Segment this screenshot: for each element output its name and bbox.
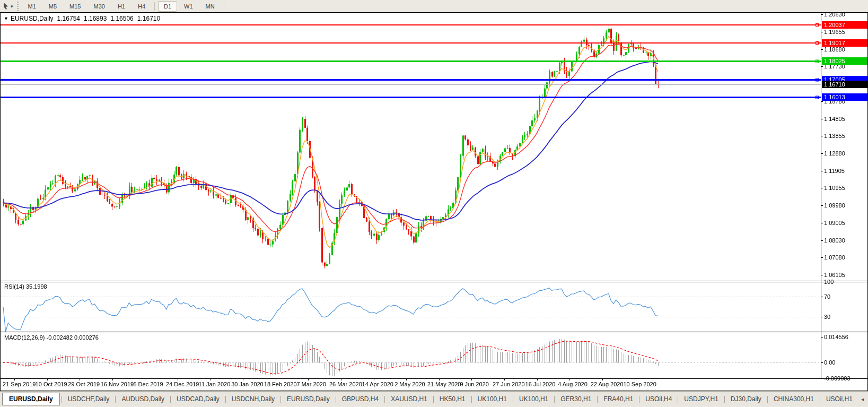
- chart-tab-audusd-daily[interactable]: AUDUSD,Daily: [116, 393, 170, 405]
- timeframe-button-m30[interactable]: M30: [88, 1, 111, 12]
- rsi-indicator-label: RSI(14) 35.1998: [4, 283, 47, 290]
- x-axis-date-label: 2 May 2020: [394, 381, 425, 388]
- x-axis-date-label: 16 Jul 2020: [525, 381, 556, 388]
- price-level-badge: 1.18025: [822, 57, 867, 65]
- top-toolbar: ▾ M1M5M15M30H1H4D1W1MN: [0, 0, 868, 12]
- y-axis-tick-label: 1.06105: [824, 272, 845, 279]
- chart-window: ▼EURUSD,Daily1.167541.168931.165061.1671…: [0, 12, 868, 391]
- chart-tab-dj30-daily[interactable]: DJ30,Daily: [725, 393, 767, 405]
- chart-tab-eurusd-daily[interactable]: EURUSD,Daily: [281, 393, 336, 405]
- chart-cursor-icon[interactable]: [2, 2, 10, 10]
- x-axis-date-label: 27 Jun 2020: [493, 381, 525, 388]
- price-level-badge: 1.19017: [822, 39, 867, 47]
- chart-tab-uk100-h1[interactable]: UK100,H1: [472, 393, 513, 405]
- rsi-axis-tick-label: 100: [824, 279, 834, 285]
- y-axis-tick-label: 1.18680: [824, 46, 845, 53]
- x-axis-date-label: 22 Aug 2020: [591, 381, 624, 388]
- timeframe-button-m5[interactable]: M5: [43, 1, 63, 12]
- x-axis-date-label: 11 Jan 2020: [199, 381, 231, 388]
- chart-tab-usdcad-daily[interactable]: USDCAD,Daily: [171, 393, 225, 405]
- y-axis-tick-label: 1.09005: [824, 220, 845, 227]
- chart-tab-fra40-h1[interactable]: FRA40,H1: [598, 393, 639, 405]
- x-axis-date-label: 14 Apr 2020: [362, 381, 393, 388]
- tab-scroll-arrows: ◂ ▸: [858, 395, 868, 404]
- y-axis-tick-label: 1.10955: [824, 185, 845, 192]
- chart-tab-gbpusd-h4[interactable]: GBPUSD,H4: [336, 393, 384, 405]
- timeframe-button-d1[interactable]: D1: [158, 1, 177, 12]
- ohlc-low: 1.16506: [110, 15, 133, 22]
- macd-axis-tick-label: 0.014556: [824, 334, 848, 341]
- x-axis-date-label: 30 Jan 2020: [231, 381, 264, 388]
- x-axis-date-label: 9 Jun 2020: [460, 381, 488, 388]
- y-axis-tick-label: 1.14805: [824, 116, 845, 123]
- y-axis-tick-label: 1.11905: [824, 168, 845, 175]
- chart-tab-eurusd-daily[interactable]: EURUSD,Daily: [2, 393, 60, 405]
- chart-tab-bar: EURUSD,DailyUSDCHF,DailyAUDUSD,DailyUSDC…: [0, 391, 868, 406]
- timeframe-button-group: M1M5M15M30H1H4D1W1MN: [22, 0, 227, 12]
- y-axis-tick-label: 1.07080: [824, 254, 845, 261]
- timeframe-button-h1[interactable]: H1: [112, 1, 131, 12]
- y-axis-tick-label: 1.09980: [824, 202, 845, 209]
- chart-symbol-label: EURUSD,Daily: [11, 15, 54, 22]
- timeframe-button-m15[interactable]: M15: [64, 1, 86, 12]
- chart-tab-china300-h1[interactable]: CHINA300,H1: [768, 393, 820, 405]
- timeframe-button-mn[interactable]: MN: [200, 1, 221, 12]
- x-axis-date-label: 10 Oct 2019: [36, 381, 67, 388]
- toolbar-separator: [154, 2, 155, 11]
- price-level-badge: 1.20037: [822, 21, 867, 29]
- x-axis-date-label: 29 Oct 2019: [68, 381, 100, 388]
- x-axis-date-label: 21 May 2020: [427, 381, 461, 388]
- chart-tab-usoil-h1[interactable]: USOil,H1: [820, 393, 858, 405]
- dropdown-caret-icon[interactable]: ▾: [11, 4, 13, 9]
- chart-title: ▼EURUSD,Daily1.167541.168931.165061.1671…: [4, 15, 160, 23]
- ohlc-open: 1.16754: [57, 15, 80, 22]
- x-axis-date-label: 7 Mar 2020: [296, 381, 326, 388]
- toolbar-separator: [224, 2, 224, 11]
- x-axis-date-label: 10 Sep 2020: [623, 381, 656, 388]
- chart-tab-hk50-h1[interactable]: HK50,H1: [434, 393, 471, 405]
- timeframe-button-w1[interactable]: W1: [178, 1, 199, 12]
- chart-tabs: EURUSD,DailyUSDCHF,DailyAUDUSD,DailyUSDC…: [2, 393, 858, 405]
- toolbar-grip[interactable]: [17, 2, 19, 11]
- chart-tab-ger30-h1[interactable]: GER30,H1: [555, 393, 597, 405]
- chart-tab-usoil-h4[interactable]: USOil,H4: [639, 393, 678, 405]
- x-axis-date-label: 16 Nov 2019: [101, 381, 134, 388]
- x-axis-date-label: 4 Aug 2020: [558, 381, 588, 388]
- ohlc-high: 1.16893: [84, 15, 107, 22]
- x-axis-date-label: 21 Sep 2019: [3, 381, 36, 388]
- chart-title-dropdown-icon[interactable]: ▼: [4, 16, 8, 21]
- ohlc-close: 1.16710: [137, 15, 160, 22]
- chart-tab-xauusd-h1[interactable]: XAUUSD,H1: [385, 393, 433, 405]
- macd-axis-tick-label: -0.009003: [824, 375, 851, 382]
- y-axis-tick-label: 1.08030: [824, 237, 845, 244]
- x-axis-date-label: 5 Dec 2019: [133, 381, 163, 388]
- chart-tab-usdcnh-daily[interactable]: USDCNH,Daily: [226, 393, 280, 405]
- tab-scroll-left-icon[interactable]: ◂: [858, 395, 867, 404]
- chart-tab-uk100-h1[interactable]: UK100,H1: [513, 393, 554, 405]
- x-axis-date-label: 26 Mar 2020: [329, 381, 362, 388]
- price-level-badge: 1.16013: [822, 93, 867, 101]
- y-axis-tick-label: 1.20630: [824, 11, 845, 18]
- x-axis-date-label: 24 Dec 2019: [166, 381, 199, 388]
- y-axis-tick-label: 1.19655: [824, 29, 845, 36]
- rsi-axis-tick-label: 70: [824, 293, 830, 300]
- macd-indicator-label: MACD(12,26,9) -0.002482 0.000276: [4, 334, 99, 341]
- y-axis-tick-label: 1.12880: [824, 150, 845, 157]
- chart-tab-usdjpy-h1[interactable]: USDJPY,H1: [678, 393, 724, 405]
- y-axis-tick-label: 1.13855: [824, 133, 845, 140]
- x-axis-date-label: 18 Feb 2020: [264, 381, 297, 388]
- macd-axis-tick-label: 0.00: [824, 359, 835, 366]
- chart-tab-usdchf-daily[interactable]: USDCHF,Daily: [62, 393, 116, 405]
- price-chart-canvas[interactable]: [0, 12, 868, 391]
- rsi-axis-tick-label: 30: [824, 314, 830, 321]
- timeframe-button-m1[interactable]: M1: [22, 1, 42, 12]
- current-price-badge: 1.16710: [822, 81, 867, 88]
- timeframe-button-h4[interactable]: H4: [132, 1, 151, 12]
